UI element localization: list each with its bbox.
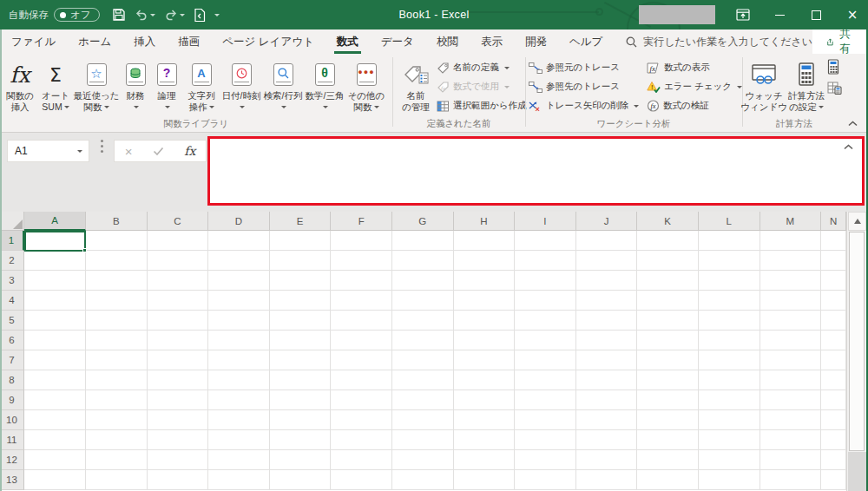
cell-H13[interactable] (454, 470, 516, 490)
cell-G7[interactable] (392, 350, 454, 370)
cell-D7[interactable] (208, 350, 270, 370)
scrollbar-track[interactable] (848, 452, 866, 491)
cell-A7[interactable] (24, 350, 86, 370)
cell-M5[interactable] (760, 311, 822, 331)
cell-L9[interactable] (699, 390, 760, 410)
show-formulas-button[interactable]: fx 数式の表示 (647, 58, 742, 77)
cell-D2[interactable] (208, 251, 270, 271)
cell-I7[interactable] (515, 350, 576, 370)
cell-L8[interactable] (699, 370, 760, 390)
cell-J10[interactable] (576, 410, 638, 430)
cell-N1[interactable] (821, 231, 846, 251)
cell-C10[interactable] (148, 410, 209, 430)
text-functions-button[interactable]: A 文字列 操作 (182, 56, 220, 113)
cell-D13[interactable] (208, 470, 270, 490)
tab-view[interactable]: 表示 (470, 29, 514, 54)
cell-J5[interactable] (576, 311, 638, 331)
cell-G9[interactable] (392, 390, 454, 410)
minimize-button[interactable] (771, 3, 788, 26)
cell-C6[interactable] (148, 331, 209, 350)
row-header-4[interactable]: 4 (0, 291, 24, 311)
cell-F1[interactable] (331, 231, 392, 251)
cell-N5[interactable] (821, 311, 846, 331)
cell-M7[interactable] (760, 350, 822, 370)
cell-F10[interactable] (331, 410, 392, 430)
column-header-M[interactable]: M (760, 212, 822, 231)
cell-C5[interactable] (148, 311, 209, 331)
cell-H6[interactable] (454, 331, 516, 350)
row-header-11[interactable]: 11 (0, 430, 24, 450)
cell-L6[interactable] (699, 331, 760, 350)
row-header-3[interactable]: 3 (0, 271, 24, 291)
cell-F5[interactable] (331, 311, 392, 331)
cell-B3[interactable] (86, 271, 148, 291)
cell-A10[interactable] (24, 410, 86, 430)
close-button[interactable]: × (844, 3, 861, 26)
cell-C4[interactable] (148, 291, 209, 311)
recent-functions-button[interactable]: ☆ 最近使った 関数 (73, 56, 120, 113)
cell-A11[interactable] (24, 430, 86, 450)
cell-J8[interactable] (576, 370, 638, 390)
cell-I6[interactable] (515, 331, 576, 350)
cell-B9[interactable] (86, 390, 148, 410)
tab-file[interactable]: ファイル (0, 29, 67, 54)
cell-H12[interactable] (454, 450, 516, 470)
cell-J13[interactable] (576, 470, 638, 490)
cell-L11[interactable] (699, 430, 760, 450)
cell-A5[interactable] (24, 311, 86, 331)
collapse-formula-bar-button[interactable] (844, 144, 853, 150)
cell-I13[interactable] (515, 470, 576, 490)
insert-function-button[interactable]: fx 関数の 挿入 (2, 56, 38, 113)
cell-D12[interactable] (208, 450, 270, 470)
cell-F2[interactable] (331, 251, 392, 271)
more-functions-button[interactable]: ●●● その他の 関数 (345, 56, 387, 113)
cell-B4[interactable] (86, 291, 148, 311)
tab-formulas[interactable]: 数式 (326, 29, 370, 54)
cell-C1[interactable] (148, 231, 209, 251)
cell-L13[interactable] (699, 470, 760, 490)
tab-draw[interactable]: 描画 (167, 29, 211, 54)
cell-J11[interactable] (576, 430, 638, 450)
cell-D3[interactable] (208, 271, 270, 291)
lookup-button[interactable]: 検索/行列 (262, 56, 304, 113)
cell-J1[interactable] (576, 231, 638, 251)
row-header-2[interactable]: 2 (0, 251, 24, 271)
cell-G6[interactable] (392, 331, 454, 350)
cell-E9[interactable] (270, 390, 332, 410)
column-header-F[interactable]: F (331, 212, 392, 231)
cell-F6[interactable] (331, 331, 392, 350)
column-header-K[interactable]: K (637, 212, 699, 231)
cell-N8[interactable] (821, 370, 846, 390)
row-header-6[interactable]: 6 (0, 331, 24, 350)
cell-E8[interactable] (270, 370, 332, 390)
cell-D10[interactable] (208, 410, 270, 430)
tell-me-search[interactable]: 実行したい作業を入力してください (626, 29, 812, 54)
cell-I11[interactable] (515, 430, 576, 450)
tab-insert[interactable]: 挿入 (122, 29, 167, 54)
formula-input-highlighted[interactable] (207, 136, 865, 206)
row-header-10[interactable]: 10 (0, 410, 24, 430)
cell-F9[interactable] (331, 390, 392, 410)
cell-I1[interactable] (515, 231, 576, 251)
error-checking-button[interactable]: ! エラー チェック (647, 77, 742, 96)
cell-G10[interactable] (392, 410, 454, 430)
cell-H5[interactable] (454, 311, 516, 331)
tab-review[interactable]: 校閲 (425, 29, 470, 54)
select-all-button[interactable] (0, 212, 24, 231)
datetime-button[interactable]: 日付/時刻 (220, 56, 262, 113)
cell-I12[interactable] (515, 450, 576, 470)
formula-bar-resize-handle[interactable] (101, 145, 103, 147)
cell-K8[interactable] (637, 370, 699, 390)
insert-function-fx-button[interactable]: fx (184, 144, 195, 158)
cell-J3[interactable] (576, 271, 638, 291)
cell-E4[interactable] (270, 291, 332, 311)
share-button[interactable]: 共有 (812, 29, 868, 54)
cell-N6[interactable] (821, 331, 846, 350)
cell-G12[interactable] (392, 450, 454, 470)
column-header-N[interactable]: N (821, 212, 846, 231)
cell-M2[interactable] (760, 251, 822, 271)
evaluate-formula-button[interactable]: fx 数式の検証 (647, 96, 742, 115)
cell-A13[interactable] (24, 470, 86, 490)
cell-F11[interactable] (331, 430, 392, 450)
cancel-button[interactable]: × (125, 144, 133, 159)
